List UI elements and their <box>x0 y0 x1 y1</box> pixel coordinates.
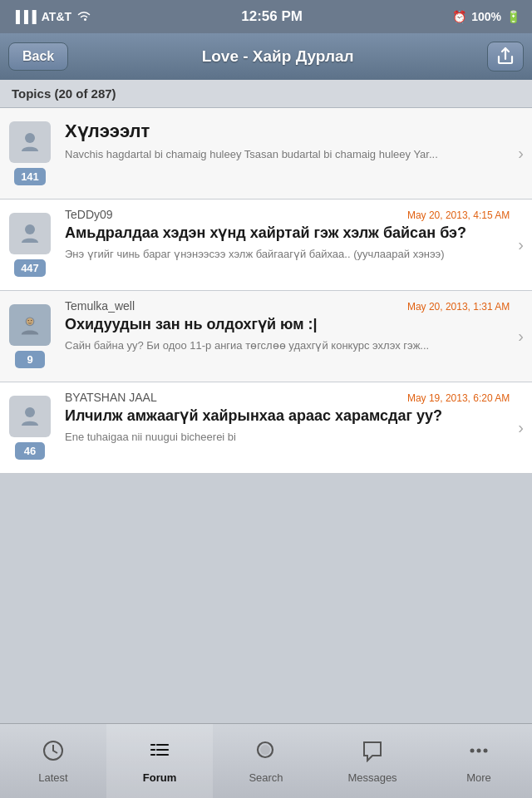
topic-author: Temulka_well <box>65 299 135 313</box>
chevron-right-icon: › <box>518 200 532 290</box>
topic-preview: Энэ үгийг чинь бараг үнэнээсээ хэлж байг… <box>65 247 510 262</box>
topic-date: May 19, 2013, 6:20 AM <box>407 392 510 404</box>
reply-count: 141 <box>14 168 46 185</box>
topics-count-label: Topics (20 of 287) <box>12 86 116 101</box>
chevron-right-icon: › <box>518 291 532 382</box>
tab-more-label: More <box>466 771 491 784</box>
topic-date: May 20, 2013, 4:15 AM <box>407 209 510 221</box>
battery-label: 100% <box>471 10 501 23</box>
topic-preview: Ene tuhaigaa nii nuugui bicheerei bi <box>65 430 510 445</box>
tab-forum[interactable]: Forum <box>106 724 213 798</box>
search-icon <box>254 739 278 768</box>
clock-icon <box>42 739 65 768</box>
reply-count: 447 <box>14 259 46 277</box>
topics-list: 141 Хүлэээлт Navchis hagdartal bi chamai… <box>0 108 532 723</box>
tab-more[interactable]: More <box>426 724 532 798</box>
person-photo-icon <box>17 313 42 337</box>
tab-messages-label: Messages <box>347 771 397 784</box>
avatar <box>9 121 51 163</box>
more-icon <box>467 739 490 768</box>
share-icon <box>495 47 515 66</box>
chevron-right-icon: › <box>518 108 532 199</box>
reply-count: 9 <box>15 351 45 368</box>
battery-icon: 🔋 <box>506 10 520 23</box>
topic-content: TeDDy09 May 20, 2013, 4:15 AM Амьдралдаа… <box>60 200 518 290</box>
svg-point-6 <box>27 320 28 321</box>
person-icon <box>17 404 42 429</box>
svg-marker-18 <box>364 742 381 761</box>
topic-left-2: 447 <box>0 200 60 290</box>
avatar <box>9 304 51 346</box>
signal-icon: ▐▐▐ <box>12 10 37 23</box>
topic-date: May 20, 2013, 1:31 AM <box>407 301 510 313</box>
svg-point-8 <box>25 407 35 417</box>
clock-status-icon: ⏰ <box>452 10 466 23</box>
tab-search[interactable]: Search <box>213 724 319 798</box>
topic-meta: Temulka_well May 20, 2013, 1:31 AM <box>65 299 510 313</box>
table-row[interactable]: 141 Хүлэээлт Navchis hagdartal bi chamai… <box>0 108 532 200</box>
tab-bar: Latest Forum Search <box>0 723 532 798</box>
topic-preview: Navchis hagdartal bi chamaig huleey Tsas… <box>65 147 510 162</box>
avatar <box>9 213 51 254</box>
status-bar: ▐▐▐ AT&T 12:56 PM ⏰ 100% 🔋 <box>0 0 532 33</box>
messages-svg <box>361 739 384 762</box>
topic-left-3: 9 <box>0 291 60 382</box>
nav-bar: Back Love - Хайр Дурлал <box>0 33 532 80</box>
list-svg <box>148 739 171 762</box>
topic-content: Temulka_well May 20, 2013, 1:31 AM Охиду… <box>60 291 518 382</box>
svg-point-17 <box>260 745 270 755</box>
table-row[interactable]: 447 TeDDy09 May 20, 2013, 4:15 AM Амьдра… <box>0 200 532 291</box>
more-svg <box>467 739 490 762</box>
topic-title: Илчилж амжаагүй хайрынхаа араас харамсда… <box>65 406 510 426</box>
svg-point-2 <box>25 224 35 234</box>
search-svg <box>254 739 278 762</box>
svg-point-20 <box>477 748 481 752</box>
table-row[interactable]: 46 BYATSHAN JAAL May 19, 2013, 6:20 AM И… <box>0 382 532 474</box>
carrier-label: AT&T <box>42 10 71 23</box>
wifi-icon <box>76 10 91 24</box>
nav-title: Love - Хайр Дурлал <box>202 47 354 66</box>
svg-point-5 <box>27 318 33 325</box>
topic-left-4: 46 <box>0 382 60 473</box>
tab-search-label: Search <box>249 771 283 784</box>
tab-forum-label: Forum <box>143 771 176 784</box>
person-icon <box>17 130 42 155</box>
reply-count: 46 <box>15 442 45 460</box>
status-right: ⏰ 100% 🔋 <box>452 10 520 23</box>
topic-author: BYATSHAN JAAL <box>65 391 157 404</box>
tab-latest[interactable]: Latest <box>0 724 106 798</box>
topic-title: Охидуудын зан нь олдохгүй юм :| <box>65 315 510 334</box>
topic-author: TeDDy09 <box>65 208 113 221</box>
topics-header: Topics (20 of 287) <box>0 80 532 108</box>
topic-meta: TeDDy09 May 20, 2013, 4:15 AM <box>65 208 510 221</box>
list-icon <box>148 739 171 768</box>
messages-icon <box>361 739 384 768</box>
topic-meta: BYATSHAN JAAL May 19, 2013, 6:20 AM <box>65 391 510 404</box>
status-time: 12:56 PM <box>241 8 303 25</box>
topic-title: Хүлэээлт <box>65 120 510 143</box>
topic-left-1: 141 <box>0 108 60 199</box>
status-left: ▐▐▐ AT&T <box>12 10 91 24</box>
tab-latest-label: Latest <box>38 771 67 784</box>
topic-content: BYATSHAN JAAL May 19, 2013, 6:20 AM Илчи… <box>60 382 518 473</box>
topic-preview: Сайн байна уу? Би одоо 11-р ангиа төгслө… <box>65 338 510 353</box>
svg-point-21 <box>484 748 488 752</box>
tab-messages[interactable]: Messages <box>319 724 426 798</box>
svg-point-19 <box>470 748 475 752</box>
clock-svg <box>42 739 65 762</box>
topic-title: Амьдралдаа хэдэн хүнд хайртай гэж хэлж б… <box>65 224 510 243</box>
topic-content: Хүлэээлт Navchis hagdartal bi chamaig hu… <box>60 108 518 199</box>
share-button[interactable] <box>487 42 524 71</box>
avatar <box>9 396 51 437</box>
chevron-right-icon: › <box>518 382 532 473</box>
svg-point-7 <box>31 320 32 321</box>
back-button[interactable]: Back <box>8 42 68 71</box>
svg-point-1 <box>25 133 35 143</box>
person-icon <box>17 221 42 246</box>
table-row[interactable]: 9 Temulka_well May 20, 2013, 1:31 AM Охи… <box>0 291 532 382</box>
